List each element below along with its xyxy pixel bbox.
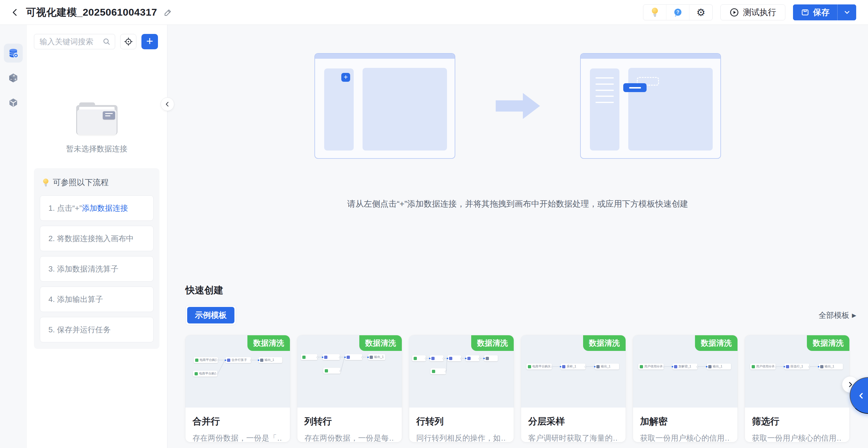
template-card[interactable]: 数据清洗 行转列 同行转列相反的操作，如…: [409, 335, 514, 442]
flow-node: 电商平台购买行..: [193, 371, 217, 377]
tips-step: 4. 添加输出算子: [40, 287, 154, 312]
step-text: 3. 添加数据清洗算子: [49, 264, 118, 274]
save-button[interactable]: 保存: [793, 4, 837, 20]
template-card[interactable]: 电商平台购买行..电商平台购买行..合并行算子输出_1 数据清洗 合并行 存在两…: [185, 335, 290, 442]
tips-step: 1. 点击“+”添加数据连接: [40, 195, 154, 221]
flow-node: 输出_1: [595, 363, 619, 370]
page-title: 可视化建模_2025061004317: [26, 6, 157, 19]
svg-text:?: ?: [676, 10, 679, 15]
template-title: 合并行: [192, 415, 283, 428]
folder-illustration: [76, 102, 118, 135]
add-data-connection-button[interactable]: +: [142, 34, 158, 49]
template-desc: 存在两份数据，一份是「…: [192, 433, 283, 442]
template-title: 列转行: [304, 415, 395, 428]
search-icon: [102, 37, 111, 46]
back-chevron-icon: [11, 8, 20, 17]
flow-node: 电商平台购买行..: [194, 357, 218, 363]
cube-operators-icon: × − +: [8, 73, 19, 83]
step-text: 4. 添加输出算子: [49, 294, 103, 305]
flow-node: [301, 354, 317, 360]
flow-node: 输出_1: [259, 357, 282, 363]
template-title: 加解密: [640, 415, 731, 428]
rail-item-data-connections[interactable]: [4, 44, 23, 63]
tips-title: 可参照以下流程: [53, 177, 108, 188]
flow-node: 采样_1: [561, 363, 585, 370]
flow-node: 输出_1: [707, 363, 731, 370]
chevron-left-icon: [164, 101, 170, 107]
template-card[interactable]: 用户使用分评级..筛选行_1输出_1 数据清洗 筛选行 获取一份用户核心的信用…: [745, 335, 849, 442]
back-button[interactable]: [11, 8, 20, 17]
save-split-button: 保存: [793, 4, 856, 20]
collapse-panel-button[interactable]: [161, 97, 174, 111]
rename-button[interactable]: [163, 8, 173, 17]
svg-text:+: +: [14, 77, 17, 81]
add-connection-link[interactable]: 添加数据连接: [82, 203, 128, 213]
tips-step: 3. 添加数据清洗算子: [40, 256, 154, 282]
empty-state-text: 暂未选择数据连接: [34, 144, 159, 154]
crosshair-icon: [124, 37, 133, 46]
flow-node: [323, 354, 340, 360]
flow-node: [430, 368, 446, 374]
category-badge: 数据清洗: [471, 335, 514, 351]
category-badge: 数据清洗: [583, 335, 626, 351]
panel-search-row: +: [34, 34, 159, 49]
template-title: 筛选行: [752, 415, 842, 428]
quick-create-title: 快速创建: [185, 284, 856, 297]
template-title: 行转列: [416, 415, 507, 428]
database-gear-icon: [8, 47, 19, 59]
flow-node: 输出_1: [368, 354, 385, 360]
flow-node: 用户使用分评级..: [750, 363, 776, 370]
template-desc: 获取一份用户核心的信用…: [752, 433, 842, 442]
template-card[interactable]: 用户使用分评级..加解密_1输出_1 数据清洗 加解密 获取一份用户核心的信用…: [633, 335, 738, 442]
tips-step: 2. 将数据连接拖入画布中: [40, 226, 154, 251]
tips-header: 可参照以下流程: [43, 177, 154, 188]
empty-state: 暂未选择数据连接: [34, 102, 159, 154]
template-desc: 同行转列相反的操作，如…: [416, 433, 507, 442]
step-text: 1. 点击“+”: [49, 203, 82, 213]
template-title: 分层采样: [528, 415, 619, 428]
canvas-hint-text: 请从左侧点击“+”添加数据连接，并将其拖拽到画布中开始数据处理，或应用下方模板快…: [167, 198, 868, 210]
flow-node: [466, 355, 479, 361]
save-icon: [801, 8, 810, 17]
tab-example-templates[interactable]: 示例模板: [187, 307, 235, 323]
illustration-add-connection: +: [314, 53, 455, 159]
save-dropdown-button[interactable]: [837, 4, 856, 20]
body-row: × − + +: [0, 25, 868, 448]
pencil-icon: [163, 8, 173, 17]
step-text: 5. 保存并运行任务: [49, 325, 111, 335]
locate-button[interactable]: [120, 34, 136, 49]
topbar: 可视化建模_2025061004317 ? ⚙ 测试执行: [0, 0, 868, 25]
tips-steps: 1. 点击“+”添加数据连接 2. 将数据连接拖入画布中 3. 添加数据清洗算子…: [40, 195, 154, 342]
data-connection-panel: + 暂未选择数据连接 可参照以下流程 1. 点击“+”添加数据连接 2. 将数据…: [27, 25, 167, 448]
flow-node: [345, 354, 362, 360]
flow-node: [430, 355, 443, 361]
rail-item-operators[interactable]: × − +: [4, 68, 23, 87]
quick-create-section: 快速创建 示例模板 全部模板 ▶ 电商平台购买行..电商平台购买行..合并行算子…: [167, 284, 868, 442]
flow-node: 合并行算子: [225, 357, 251, 363]
cube-icon: [8, 97, 19, 108]
help-button[interactable]: ?: [666, 5, 689, 20]
all-templates-link[interactable]: 全部模板 ▶: [818, 310, 856, 321]
tips-bulb-button[interactable]: [643, 5, 666, 20]
template-card[interactable]: 输出_1 数据清洗 列转行 存在两份数据，一份是每…: [297, 335, 402, 442]
template-desc: 存在两份数据，一份是每…: [304, 433, 395, 442]
tips-step: 5. 保存并运行任务: [40, 317, 154, 342]
question-icon: ?: [673, 8, 683, 17]
arrow-right-icon: [496, 93, 540, 119]
plus-icon: +: [341, 73, 350, 82]
test-run-button[interactable]: 测试执行: [720, 4, 785, 20]
toolbar-icon-group: ? ⚙: [643, 4, 713, 20]
flow-node: [484, 355, 498, 361]
category-badge: 数据清洗: [359, 335, 402, 351]
flow-node: 输出_1: [819, 363, 843, 370]
svg-text:−: −: [10, 77, 12, 81]
chevron-left-icon: [857, 392, 865, 399]
rail-item-models[interactable]: [4, 93, 23, 112]
template-card[interactable]: 电商平台购买行..采样_1输出_1 数据清洗 分层采样 客户调研时获取了海量的…: [521, 335, 626, 442]
category-badge: 数据清洗: [247, 335, 290, 351]
settings-button[interactable]: ⚙: [689, 5, 712, 20]
flow-node: [323, 368, 340, 374]
canvas-area: + 请从左侧点击“+”添加数据连接，并将其拖拽到画布中开始数据处理，或应用下方模…: [167, 25, 868, 448]
gear-icon: ⚙: [696, 7, 705, 18]
template-desc: 获取一份用户核心的信用…: [640, 433, 731, 442]
